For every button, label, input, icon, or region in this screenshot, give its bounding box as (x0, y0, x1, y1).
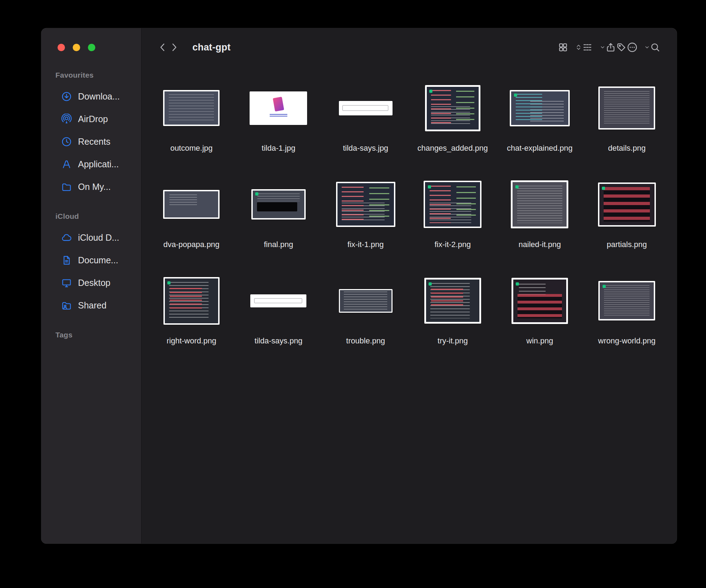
chevron-up-down-icon (575, 44, 582, 51)
sidebar-section-title: Favourites (41, 71, 141, 79)
desktop-icon (61, 277, 72, 288)
file-thumbnail (250, 294, 306, 307)
sidebar-item-label: Applicati... (78, 159, 119, 169)
sidebar-item-desktop[interactable]: Desktop (41, 271, 141, 294)
file-thumbnail (339, 289, 393, 313)
file-partials.png[interactable]: partials.png (583, 172, 670, 268)
sidebar-section: iCloud iCloud D... Docume... Desktop Sha… (41, 212, 141, 317)
sidebar-section-title: iCloud (41, 212, 141, 221)
file-name: partials.png (607, 240, 647, 249)
file-name: dva-popapa.png (163, 240, 220, 249)
share-button[interactable] (605, 42, 616, 53)
file-fix-it-1.png[interactable]: fix-it-1.png (322, 172, 409, 268)
sidebar-section-title: Tags (41, 331, 141, 339)
download-icon (61, 91, 72, 102)
search-button[interactable] (650, 42, 660, 53)
apps-icon (61, 159, 72, 170)
sidebar-item-on-my-mac[interactable]: On My... (41, 175, 141, 198)
file-thumbnail (163, 190, 220, 219)
file-thumbnail (511, 180, 568, 228)
file-details.png[interactable]: details.png (583, 76, 670, 172)
file-name: trouble.png (346, 336, 385, 346)
file-right-word.png[interactable]: right-word.png (148, 268, 235, 365)
file-tilda-says.jpg[interactable]: tilda-says.jpg (322, 76, 409, 172)
file-trouble.png[interactable]: trouble.png (322, 268, 409, 365)
airdrop-icon (61, 114, 72, 125)
file-grid: outcome.jpg tilda-1.jpg tilda-says.jpg c… (142, 66, 677, 365)
forward-button[interactable] (168, 42, 180, 53)
file-chat-explained.png[interactable]: chat-explained.png (496, 76, 584, 172)
sidebar-item-airdrop[interactable]: AirDrop (41, 108, 141, 130)
sidebar-item-label: Recents (78, 137, 110, 147)
file-final.png[interactable]: final.png (235, 172, 322, 268)
file-thumbnail (251, 189, 306, 220)
file-thumbnail (424, 278, 481, 324)
file-name: tilda-says.png (255, 336, 303, 346)
toolbar: chat-gpt (142, 28, 677, 66)
file-changes_added.png[interactable]: changes_added.png (409, 76, 496, 172)
file-nailed-it.png[interactable]: nailed-it.png (496, 172, 584, 268)
file-tilda-1.jpg[interactable]: tilda-1.jpg (235, 76, 322, 172)
file-dva-popapa.png[interactable]: dva-popapa.png (148, 172, 235, 268)
file-thumbnail (511, 278, 568, 324)
file-name: right-word.png (167, 336, 216, 346)
file-name: try-it.png (438, 336, 468, 346)
doc-icon (61, 255, 72, 266)
chevron-right-icon (168, 42, 180, 53)
file-try-it.png[interactable]: try-it.png (409, 268, 496, 365)
file-name: nailed-it.png (519, 240, 561, 249)
file-thumbnail (598, 86, 655, 130)
group-rows-icon (582, 42, 593, 53)
view-switcher-button[interactable] (558, 42, 582, 53)
sidebar-item-label: AirDrop (78, 114, 108, 124)
back-button[interactable] (157, 42, 168, 53)
sidebar-item-label: Downloa... (78, 91, 120, 102)
file-name: win.png (526, 336, 553, 346)
zoom-button[interactable] (88, 44, 95, 51)
file-wrong-world.png[interactable]: wrong-world.png (583, 268, 670, 365)
file-thumbnail (598, 182, 656, 227)
file-tilda-says.png[interactable]: tilda-says.png (235, 268, 322, 365)
window-title: chat-gpt (192, 42, 231, 53)
main-pane: chat-gpt (142, 28, 677, 544)
toolbar-actions (558, 42, 660, 53)
more-actions-button[interactable] (627, 42, 650, 53)
chevron-left-icon (157, 42, 168, 53)
sidebar-item-recents[interactable]: Recents (41, 130, 141, 153)
group-by-button[interactable] (582, 42, 605, 53)
sidebar-item-label: On My... (78, 182, 111, 192)
ellipsis-circle-icon (627, 42, 638, 53)
share-icon (605, 42, 616, 53)
file-name: changes_added.png (418, 143, 488, 153)
sidebar-sections: Favourites Downloa... AirDrop Recents Ap… (41, 71, 141, 339)
sidebar-item-applications[interactable]: Applicati... (41, 153, 141, 175)
sidebar-item-icloud-drive[interactable]: iCloud D... (41, 226, 141, 249)
file-thumbnail (510, 90, 570, 126)
tags-button[interactable] (616, 42, 627, 53)
file-outcome.jpg[interactable]: outcome.jpg (148, 76, 235, 172)
sidebar-item-shared[interactable]: Shared (41, 294, 141, 317)
file-name: outcome.jpg (170, 143, 213, 153)
file-win.png[interactable]: win.png (496, 268, 584, 365)
minimize-button[interactable] (73, 44, 80, 51)
file-name: wrong-world.png (598, 336, 656, 346)
cloud-icon (61, 232, 72, 243)
file-thumbnail (250, 91, 307, 125)
file-fix-it-2.png[interactable]: fix-it-2.png (409, 172, 496, 268)
sidebar-item-downloads[interactable]: Downloa... (41, 85, 141, 108)
tag-icon (616, 42, 627, 53)
clock-icon (61, 136, 72, 147)
file-name: details.png (608, 143, 645, 153)
close-button[interactable] (58, 44, 65, 51)
chevron-down-icon (600, 44, 605, 50)
finder-window: Favourites Downloa... AirDrop Recents Ap… (41, 28, 677, 544)
sidebar-item-label: Shared (78, 300, 107, 311)
file-thumbnail (336, 182, 395, 227)
file-name: chat-explained.png (507, 143, 573, 153)
window-controls (41, 44, 141, 51)
sidebar-item-label: iCloud D... (78, 233, 119, 243)
file-thumbnail (425, 85, 480, 131)
sidebar-section: Favourites Downloa... AirDrop Recents Ap… (41, 71, 141, 198)
sidebar-section: Tags (41, 331, 141, 339)
sidebar-item-documents[interactable]: Docume... (41, 249, 141, 271)
